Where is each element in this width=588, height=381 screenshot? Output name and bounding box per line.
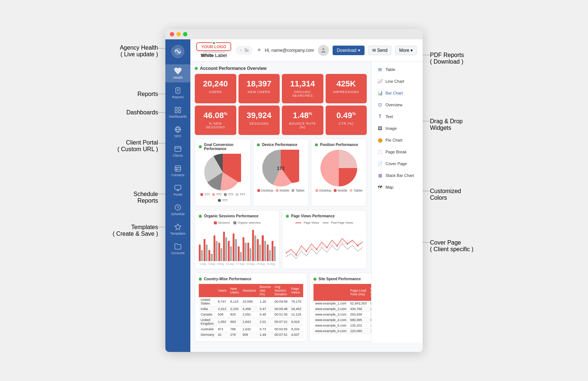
sessions-bar xyxy=(243,237,244,261)
sidebar-item-schedule[interactable]: Schedule xyxy=(165,201,190,219)
sidebar-item-clients[interactable]: Clients xyxy=(165,142,190,160)
sidebar-item-templates[interactable]: Templates xyxy=(165,220,190,238)
pie-chart-icon: ⬤ xyxy=(377,137,383,143)
metric-cards-grid: 20,240 USERS 18,397 NEW USERS 11,314 ORG… xyxy=(195,74,367,135)
sidebar-accounts-label: Accounts xyxy=(171,251,184,255)
widget-line-chart[interactable]: 📈 Line Chart xyxy=(374,76,420,86)
bar-group xyxy=(214,235,218,261)
sidebar-item-seo[interactable]: SEO xyxy=(165,123,190,141)
cover-page-annotation: Cover Page ( Client specific ) xyxy=(430,239,473,253)
sidebar-item-health[interactable]: Health xyxy=(165,64,190,82)
reports-annotation: Reports xyxy=(137,91,158,97)
line-chart-icon: 📈 xyxy=(377,78,383,85)
goal-conv-title-row: Goal Conversion Performance xyxy=(199,143,247,151)
svg-point-35 xyxy=(316,249,317,250)
sidebar-dashboards-label: Dashboards xyxy=(169,115,187,118)
widget-image[interactable]: 🖼 Image xyxy=(374,123,420,133)
device-chart: 172 Desktop xyxy=(257,150,305,192)
widget-pie-chart[interactable]: ⬤ Pie Chart xyxy=(374,135,420,145)
col-page-views: Page Views xyxy=(289,284,303,297)
sessions-color xyxy=(214,221,217,224)
widget-cover-page[interactable]: 📄 Cover Page xyxy=(374,159,420,169)
image-icon: 🖼 xyxy=(377,125,383,132)
device-perf-dot xyxy=(257,143,260,146)
sessions-row: Organic Sessions Performance Sessions xyxy=(195,210,367,269)
metric-ctr: 0.49% CTR (%) xyxy=(326,106,367,135)
metric-sessions: 39,924 SESSIONS xyxy=(239,106,280,135)
browser-titlebar xyxy=(165,29,423,39)
position-legend: Desktop Mobile Tablet xyxy=(315,189,363,192)
sessions-bar xyxy=(262,235,263,261)
device-perf-title: Device Performance xyxy=(262,143,297,147)
goal-conversion-card: Goal Conversion Performance xyxy=(195,139,251,206)
sidebar-health-label: Health xyxy=(173,76,183,79)
download-button[interactable]: Download ▾ xyxy=(333,46,365,55)
metric-new-sessions-value: 46.08% xyxy=(199,111,232,120)
maximize-dot[interactable] xyxy=(183,32,187,36)
site-speed-table: Page Load Time (ms) Page Load Sample Dom… xyxy=(313,284,371,334)
widget-text[interactable]: T Text xyxy=(374,111,420,122)
table-row: www.example_6.com120,06016076 xyxy=(313,328,371,334)
logo-area: YOUR LOGO White Label xyxy=(196,42,231,58)
widget-stack-bar[interactable]: ▦ Stack Bar Chart xyxy=(374,170,420,181)
cover-page-icon: 📄 xyxy=(377,160,383,167)
country-table: Users New Users Sessions Bounce rate (%)… xyxy=(199,284,303,338)
position-perf-dot xyxy=(315,143,318,146)
page-views-title-row: Page Views Performance xyxy=(286,214,363,218)
sessions-bar xyxy=(238,246,240,261)
svg-point-36 xyxy=(326,247,327,249)
sidebar-item-accounts[interactable]: Accounts xyxy=(165,240,190,258)
send-button[interactable]: ✉ Send xyxy=(368,46,391,55)
svg-line-25 xyxy=(241,51,242,51)
sessions-bar xyxy=(272,241,273,261)
sidebar-item-portal[interactable]: Portal xyxy=(165,181,190,199)
widget-map[interactable]: 🗺 Map xyxy=(374,182,420,192)
account-perf-title: Account Performance Overview xyxy=(200,66,266,71)
bar-group xyxy=(238,246,242,261)
search-box[interactable] xyxy=(236,46,253,55)
widget-bar-chart[interactable]: 📊 Bar Chart xyxy=(374,88,420,98)
legend-item-4: ??? xyxy=(236,193,245,196)
more-button[interactable]: More ▾ xyxy=(395,46,417,55)
sessions-bar xyxy=(267,245,269,261)
position-perf-title-row: Position Performance xyxy=(315,143,363,147)
metric-impressions-value: 425K xyxy=(330,80,363,88)
sidebar-contacts-label: Contacts xyxy=(171,173,184,177)
user-email: Hi, name@company.com xyxy=(265,48,314,53)
bar-group xyxy=(204,239,208,261)
avatar-icon xyxy=(320,47,326,53)
sessions-bar xyxy=(228,241,230,261)
search-input[interactable] xyxy=(244,48,248,53)
table-row: Australia8717861,6320.7300:04:559,334 xyxy=(199,327,303,332)
widget-overview[interactable]: ⊡ Overview xyxy=(374,100,420,110)
bar-group xyxy=(272,241,276,261)
line-chart-area xyxy=(286,226,363,263)
device-legend: Desktop Mobile Tablet xyxy=(257,189,305,192)
sidebar-item-contacts[interactable]: Contacts xyxy=(165,162,190,180)
device-perf-card: Device Performance xyxy=(253,139,309,206)
sidebar-item-reports[interactable]: Reports xyxy=(165,84,190,102)
device-legend-mobile: Mobile xyxy=(276,189,290,192)
widget-page-break[interactable]: ⬚ Page Break xyxy=(374,147,420,157)
minimize-dot[interactable] xyxy=(176,32,181,36)
bar-group xyxy=(218,243,222,261)
legend-item-2: ??? xyxy=(212,193,222,196)
bar-group xyxy=(243,237,247,261)
svg-point-39 xyxy=(357,245,358,247)
svg-rect-13 xyxy=(175,146,181,151)
page-views-legend-current: Page Views xyxy=(295,221,319,224)
table-row: www.example_5.com135,202394107 xyxy=(313,323,371,328)
organic-sessions-title-row: Organic Sessions Performance xyxy=(199,214,276,218)
your-logo-box: YOUR LOGO xyxy=(196,42,231,51)
widget-table[interactable]: ⊞ Table xyxy=(374,64,420,75)
close-dot[interactable] xyxy=(170,32,174,36)
sessions-bar xyxy=(257,239,259,261)
sidebar-item-dashboards[interactable]: Dashboards xyxy=(165,103,190,121)
metric-new-users-label: NEW USERS xyxy=(243,90,276,94)
sidebar-seo-label: SEO xyxy=(174,134,181,138)
organic-sessions-dot xyxy=(199,215,202,218)
add-button[interactable]: + xyxy=(257,46,261,54)
sessions-bar xyxy=(204,239,205,261)
send-icon: ✉ xyxy=(372,48,376,53)
svg-marker-23 xyxy=(175,224,181,230)
